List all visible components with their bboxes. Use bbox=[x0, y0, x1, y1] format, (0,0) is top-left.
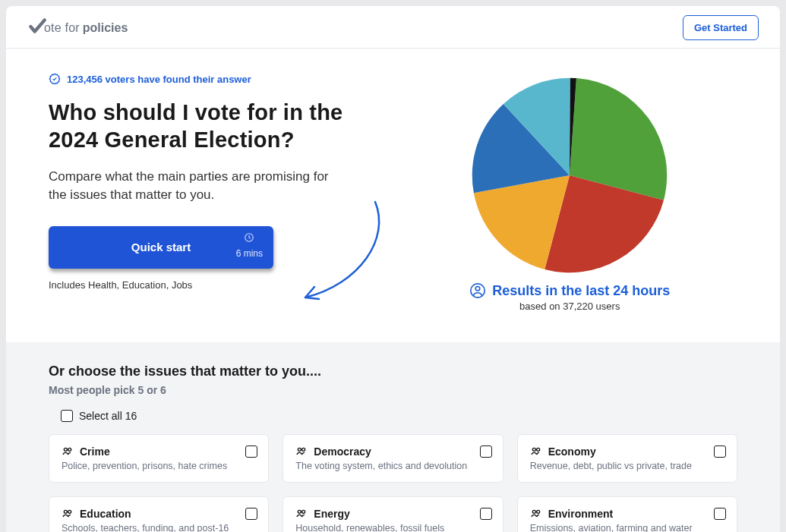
issues-hint: Most people pick 5 or 6 bbox=[49, 384, 737, 396]
people-icon bbox=[295, 445, 308, 458]
svg-point-8 bbox=[536, 448, 539, 451]
get-started-button[interactable]: Get Started bbox=[683, 15, 759, 40]
issue-checkbox[interactable] bbox=[714, 508, 726, 520]
issue-checkbox[interactable] bbox=[714, 445, 726, 458]
issue-card[interactable]: CrimePolice, prevention, prisons, hate c… bbox=[49, 434, 269, 483]
quick-start-mins: 6 mins bbox=[236, 248, 263, 259]
people-icon bbox=[62, 445, 74, 458]
svg-point-10 bbox=[68, 510, 71, 513]
issue-card-desc: Schools, teachers, funding, and post-16 bbox=[62, 523, 256, 532]
svg-point-5 bbox=[298, 448, 301, 451]
issue-card-desc: Household, renewables, fossil fuels bbox=[295, 523, 490, 532]
issue-card[interactable]: EconomyRevenue, debt, public vs private,… bbox=[517, 434, 737, 483]
svg-point-14 bbox=[536, 510, 539, 513]
results-icon bbox=[469, 282, 486, 299]
svg-point-12 bbox=[302, 510, 305, 513]
svg-point-11 bbox=[298, 510, 301, 513]
issues-title: Or choose the issues that matter to you.… bbox=[49, 364, 737, 379]
quick-start-button[interactable]: Quick start 6 mins bbox=[49, 226, 273, 269]
svg-point-3 bbox=[64, 448, 67, 451]
issue-card-title: Economy bbox=[548, 445, 596, 458]
issue-card-desc: The voting system, ethics and devolution bbox=[295, 461, 490, 471]
people-icon bbox=[530, 445, 542, 458]
issue-card-title: Crime bbox=[80, 445, 110, 458]
results-subline: based on 37,220 users bbox=[519, 301, 620, 312]
svg-point-7 bbox=[532, 448, 535, 451]
logo-text-2: policies bbox=[83, 21, 128, 35]
people-icon bbox=[62, 508, 74, 520]
people-icon bbox=[530, 508, 542, 520]
quick-start-mins-wrap: 6 mins bbox=[236, 232, 263, 259]
voters-text: 123,456 voters have found their answer bbox=[67, 74, 251, 85]
header: ote for policies Get Started bbox=[6, 6, 780, 49]
select-all-checkbox[interactable] bbox=[61, 410, 73, 422]
svg-point-2 bbox=[475, 287, 480, 291]
logo-check-icon bbox=[27, 17, 47, 42]
issue-card-desc: Revenue, debt, public vs private, trade bbox=[530, 461, 724, 471]
badge-check-icon bbox=[49, 73, 61, 85]
issue-card-title: Energy bbox=[314, 508, 349, 520]
svg-point-13 bbox=[532, 510, 535, 513]
issue-card[interactable]: DemocracyThe voting system, ethics and d… bbox=[283, 434, 503, 483]
issue-card[interactable]: EnvironmentEmissions, aviation, farming … bbox=[517, 496, 737, 532]
clock-icon bbox=[244, 232, 254, 245]
issue-checkbox[interactable] bbox=[480, 445, 492, 458]
issue-card-title: Environment bbox=[548, 508, 614, 520]
results-pie-chart bbox=[467, 73, 672, 278]
logo-text-1: ote for bbox=[44, 21, 80, 35]
issue-checkbox[interactable] bbox=[245, 445, 257, 458]
logo[interactable]: ote for policies bbox=[27, 15, 128, 40]
results-headline-row: Results in the last 24 hours bbox=[469, 282, 670, 299]
issue-card-desc: Emissions, aviation, farming and water bbox=[530, 523, 724, 532]
svg-point-6 bbox=[302, 448, 305, 451]
issue-checkbox[interactable] bbox=[245, 508, 257, 520]
issue-card-title: Democracy bbox=[314, 445, 371, 458]
results-headline: Results in the last 24 hours bbox=[492, 283, 670, 299]
issue-checkbox[interactable] bbox=[480, 508, 492, 520]
svg-point-9 bbox=[64, 510, 67, 513]
page-subtitle: Compare what the main parties are promis… bbox=[49, 168, 337, 205]
issue-card[interactable]: EducationSchools, teachers, funding, and… bbox=[49, 496, 269, 532]
select-all-label: Select all 16 bbox=[79, 410, 137, 422]
issue-card-desc: Police, prevention, prisons, hate crimes bbox=[62, 461, 256, 471]
select-all-row[interactable]: Select all 16 bbox=[49, 410, 737, 422]
includes-text: Includes Health, Education, Jobs bbox=[49, 279, 384, 291]
page-title: Who should I vote for in the 2024 Genera… bbox=[49, 99, 384, 154]
issue-card-title: Education bbox=[80, 508, 131, 520]
quick-start-label: Quick start bbox=[131, 241, 191, 253]
voters-banner: 123,456 voters have found their answer bbox=[49, 73, 384, 85]
people-icon bbox=[295, 508, 308, 520]
issue-card[interactable]: EnergyHousehold, renewables, fossil fuel… bbox=[283, 496, 503, 532]
svg-point-4 bbox=[68, 448, 71, 451]
